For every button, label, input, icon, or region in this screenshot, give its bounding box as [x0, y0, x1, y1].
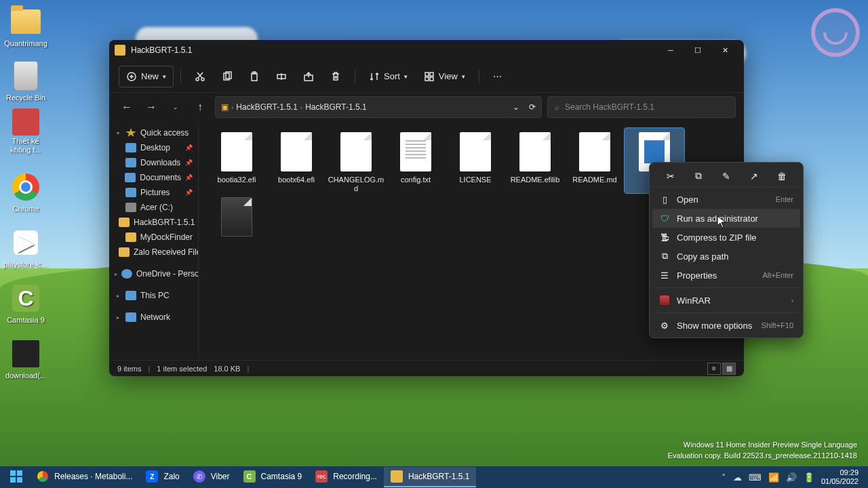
- home-icon: ▣: [221, 102, 229, 112]
- sidebar-item-zalo[interactable]: Zalo Received Files: [112, 245, 195, 260]
- rename-icon[interactable]: ✎: [717, 167, 736, 186]
- minimize-button[interactable]: ─: [657, 40, 684, 60]
- folder-icon: [115, 45, 125, 56]
- corner-logo: [811, 8, 860, 57]
- taskbar-zalo[interactable]: ZZalo: [139, 467, 186, 487]
- search-input[interactable]: ⌕ Search HackBGRT-1.5.1: [547, 96, 736, 118]
- watermark: Windows 11 Home Insider Preview Single L…: [668, 440, 857, 461]
- sidebar: Quick access Desktop📌 Downloads📌 Documen…: [109, 121, 199, 360]
- breadcrumb[interactable]: ▣ › HackBGRT-1.5.1 › HackBGRT-1.5.1 ⌄ ⟳: [215, 96, 542, 118]
- clock[interactable]: 09:29 01/05/2022: [821, 468, 859, 486]
- context-compress[interactable]: 🗜Compress to ZIP file: [652, 228, 800, 247]
- taskbar-explorer[interactable]: HackBGRT-1.5.1: [384, 467, 476, 487]
- taskbar-chrome[interactable]: Releases · Metaboli...: [30, 467, 139, 487]
- sidebar-network[interactable]: Network: [112, 310, 195, 325]
- sidebar-item-hackbgrt[interactable]: HackBGRT-1.5.1: [112, 215, 195, 230]
- file-item[interactable]: config.txt: [386, 128, 446, 193]
- tray-volume-icon[interactable]: 🔊: [786, 472, 797, 483]
- file-item[interactable]: README.efilib: [505, 128, 565, 193]
- icons-view-button[interactable]: ▦: [722, 363, 736, 375]
- chevron-down-icon[interactable]: ⌄: [513, 102, 519, 112]
- tray-onedrive-icon[interactable]: ☁: [733, 472, 742, 483]
- titlebar[interactable]: HackBGRT-1.5.1 ─ ☐ ✕: [109, 40, 744, 60]
- up-button[interactable]: ↑: [191, 98, 210, 117]
- svg-rect-11: [425, 77, 429, 81]
- sidebar-item-documents[interactable]: Documents📌: [112, 170, 195, 185]
- tray-wifi-icon[interactable]: 📶: [768, 472, 779, 483]
- file-item[interactable]: [207, 193, 267, 258]
- cut-icon[interactable]: ✂: [661, 167, 680, 186]
- window-title: HackBGRT-1.5.1: [131, 45, 192, 55]
- sidebar-item-desktop[interactable]: Desktop📌: [112, 140, 195, 155]
- tray-input-icon[interactable]: ⌨: [749, 472, 762, 483]
- close-button[interactable]: ✕: [711, 40, 738, 60]
- sidebar-item-acer[interactable]: Acer (C:): [112, 200, 195, 215]
- file-item[interactable]: LICENSE: [446, 128, 505, 193]
- nav-row: ← → ⌄ ↑ ▣ › HackBGRT-1.5.1 › HackBGRT-1.…: [109, 93, 744, 121]
- tray-chevron-icon[interactable]: ˄: [722, 472, 726, 483]
- file-item[interactable]: CHANGELOG.md: [326, 128, 386, 193]
- desktop-icon-recycle-bin[interactable]: Recycle Bin: [1, 60, 50, 102]
- paste-button[interactable]: [242, 66, 267, 87]
- share-icon[interactable]: ↗: [745, 167, 764, 186]
- context-quick-actions: ✂ ⧉ ✎ ↗ 🗑: [652, 165, 800, 187]
- context-copy-path[interactable]: ⧉Copy as path: [652, 247, 800, 266]
- context-run-admin[interactable]: 🛡Run as administrator: [652, 209, 800, 228]
- delete-icon[interactable]: 🗑: [772, 167, 791, 186]
- context-open[interactable]: ▯OpenEnter: [652, 190, 800, 209]
- taskbar-viber[interactable]: ✆Viber: [186, 467, 237, 487]
- status-count: 9 items: [117, 365, 141, 373]
- taskbar-recording[interactable]: recRecording...: [309, 467, 384, 487]
- svg-rect-10: [430, 73, 433, 76]
- desktop-icon-download[interactable]: download(...: [1, 338, 50, 380]
- refresh-icon[interactable]: ⟳: [529, 102, 536, 112]
- svg-rect-14: [17, 470, 22, 476]
- desktop-icon-playstore[interactable]: ▶playstore-ic...: [1, 226, 50, 268]
- back-button[interactable]: ←: [117, 98, 136, 117]
- file-item[interactable]: bootx64.efi: [267, 128, 326, 193]
- toolbar: New▾ Sort▾ View▾ ⋯: [109, 60, 744, 93]
- file-item[interactable]: README.md: [565, 128, 625, 193]
- context-properties[interactable]: ☰PropertiesAlt+Enter: [652, 266, 800, 285]
- share-button[interactable]: [296, 66, 321, 87]
- start-button[interactable]: [3, 467, 30, 487]
- context-menu: ✂ ⧉ ✎ ↗ 🗑 ▯OpenEnter 🛡Run as administrat…: [649, 162, 804, 338]
- new-button[interactable]: New▾: [119, 66, 174, 87]
- svg-point-2: [201, 78, 204, 81]
- copy-button[interactable]: [215, 66, 239, 87]
- sidebar-onedrive[interactable]: OneDrive - Personal: [112, 266, 195, 281]
- view-button[interactable]: View▾: [417, 66, 472, 87]
- forward-button[interactable]: →: [142, 98, 161, 117]
- recent-button[interactable]: ⌄: [166, 98, 185, 117]
- maximize-button[interactable]: ☐: [684, 40, 711, 60]
- sort-button[interactable]: Sort▾: [362, 66, 414, 87]
- svg-rect-9: [425, 73, 429, 76]
- taskbar: Releases · Metaboli... ZZalo ✆Viber CCam…: [0, 466, 868, 488]
- context-winrar[interactable]: WinRAR›: [652, 291, 800, 310]
- sidebar-item-pictures[interactable]: Pictures📌: [112, 185, 195, 200]
- cut-button[interactable]: [188, 66, 212, 87]
- desktop-icon-camtasia[interactable]: CCamtasia 9: [1, 282, 50, 324]
- desktop-icon-folder[interactable]: Quantrimang: [1, 5, 50, 47]
- sidebar-quick-access[interactable]: Quick access: [112, 125, 195, 140]
- search-icon: ⌕: [555, 102, 559, 112]
- svg-point-1: [196, 78, 199, 81]
- sidebar-item-downloads[interactable]: Downloads📌: [112, 155, 195, 170]
- copy-icon[interactable]: ⧉: [689, 167, 708, 186]
- details-view-button[interactable]: ≡: [707, 363, 721, 375]
- file-item[interactable]: bootia32.efi: [207, 128, 267, 193]
- sidebar-item-mydockfinder[interactable]: MyDockFinder: [112, 230, 195, 245]
- svg-rect-15: [10, 477, 16, 483]
- more-button[interactable]: ⋯: [486, 66, 509, 87]
- status-selected: 1 item selected: [157, 365, 207, 373]
- delete-button[interactable]: [323, 66, 348, 87]
- tray-battery-icon[interactable]: 🔋: [804, 472, 814, 483]
- sidebar-this-pc[interactable]: This PC: [112, 288, 195, 303]
- rename-button[interactable]: [269, 66, 294, 87]
- desktop-icon-design[interactable]: Thiết kế không t...: [1, 108, 50, 154]
- desktop-icon-chrome[interactable]: Chrome: [1, 171, 50, 213]
- svg-rect-16: [17, 477, 22, 483]
- taskbar-camtasia[interactable]: CCamtasia 9: [237, 467, 309, 487]
- context-show-more[interactable]: ⚙Show more optionsShift+F10: [652, 316, 800, 335]
- system-tray[interactable]: ˄ ☁ ⌨ 📶 🔊 🔋 09:29 01/05/2022: [715, 468, 865, 486]
